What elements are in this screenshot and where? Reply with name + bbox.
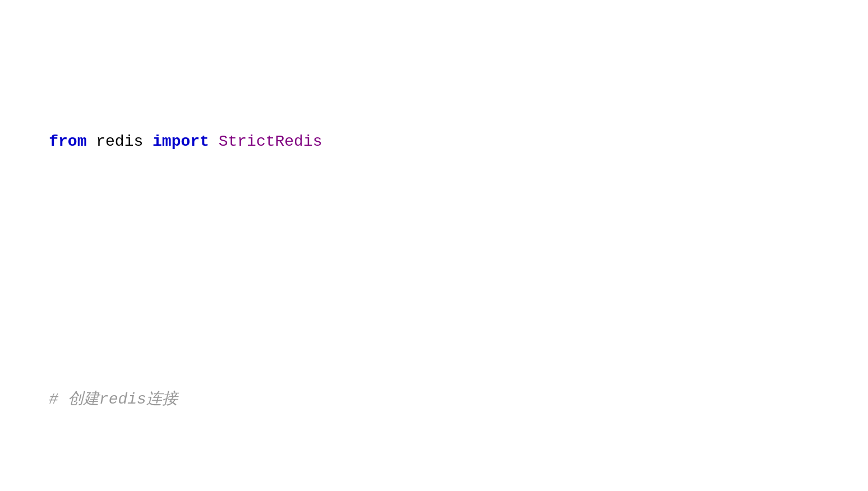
keyword-from: from <box>49 133 86 150</box>
code-editor: from redis import StrictRedis # 创建redis连… <box>11 11 857 491</box>
class-strictredis: StrictRedis <box>209 133 322 150</box>
line-comment-1: # 创建redis连接 <box>11 363 857 436</box>
line-import: from redis import StrictRedis <box>11 105 857 178</box>
empty-line-1 <box>11 249 857 269</box>
keyword-import: import <box>153 133 209 150</box>
text-redis: redis <box>86 133 153 150</box>
comment-create-connection: # 创建redis连接 <box>49 391 178 408</box>
